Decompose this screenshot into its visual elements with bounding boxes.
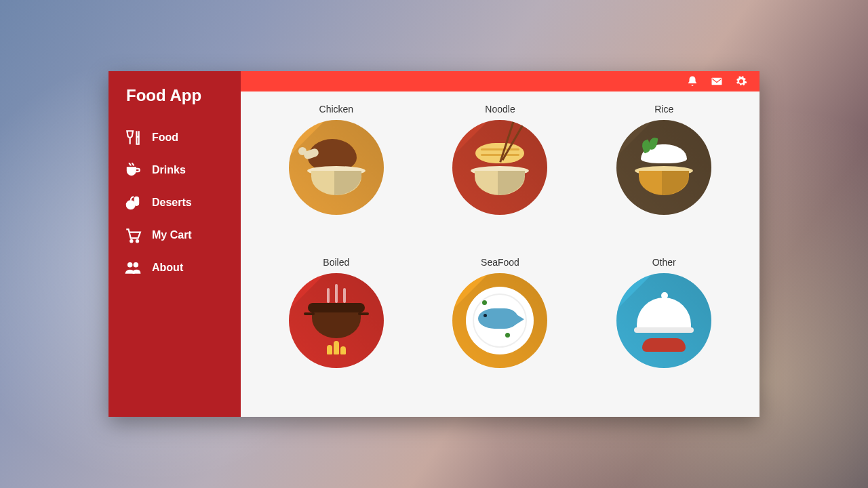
app-title: Food App <box>108 86 241 117</box>
seafood-icon <box>452 273 547 368</box>
sidebar-item-label: Deserts <box>152 197 192 209</box>
category-grid: Chicken Noodle Rice <box>241 92 760 417</box>
sidebar-item-drinks[interactable]: Drinks <box>108 154 241 186</box>
sidebar-nav: Food Drinks Deserts My Cart <box>108 121 241 284</box>
boiled-pot-icon <box>289 273 384 368</box>
glass-fork-icon <box>123 128 142 147</box>
svg-point-2 <box>130 240 133 243</box>
category-noodle[interactable]: Noodle <box>432 104 569 245</box>
sidebar-item-label: Food <box>152 131 178 144</box>
app-window: Food App Food Drinks Deserts <box>108 71 760 417</box>
category-label: Chicken <box>319 104 354 115</box>
category-chicken[interactable]: Chicken <box>268 104 405 245</box>
svg-rect-1 <box>134 197 139 205</box>
category-label: SeaFood <box>481 257 519 268</box>
category-label: Boiled <box>323 257 349 268</box>
category-label: Noodle <box>485 104 515 115</box>
category-seafood[interactable]: SeaFood <box>432 257 569 398</box>
cart-icon <box>123 226 142 245</box>
svg-rect-6 <box>712 78 722 85</box>
category-label: Rice <box>654 104 673 115</box>
svg-point-3 <box>136 240 138 243</box>
sidebar: Food App Food Drinks Deserts <box>108 71 241 417</box>
main-area: Chicken Noodle Rice <box>241 71 760 417</box>
serving-dome-icon <box>616 273 711 368</box>
bell-icon[interactable] <box>686 75 698 87</box>
topbar <box>241 71 760 92</box>
people-icon <box>123 258 142 277</box>
cup-icon <box>123 161 142 180</box>
svg-point-4 <box>127 262 132 267</box>
sidebar-item-about[interactable]: About <box>108 251 241 284</box>
sidebar-item-food[interactable]: Food <box>108 121 241 154</box>
fruit-icon <box>123 193 142 212</box>
gear-icon[interactable] <box>735 75 747 87</box>
sidebar-item-label: About <box>152 262 183 274</box>
category-rice[interactable]: Rice <box>595 104 732 245</box>
chicken-icon <box>289 120 384 215</box>
category-other[interactable]: Other <box>595 257 732 398</box>
category-label: Other <box>652 257 676 268</box>
noodle-icon <box>452 120 547 215</box>
category-boiled[interactable]: Boiled <box>268 257 405 398</box>
svg-point-0 <box>126 201 135 209</box>
sidebar-item-my-cart[interactable]: My Cart <box>108 219 241 251</box>
sidebar-item-label: My Cart <box>152 229 192 241</box>
svg-point-5 <box>134 262 138 267</box>
mail-icon[interactable] <box>711 75 723 87</box>
sidebar-item-deserts[interactable]: Deserts <box>108 186 241 219</box>
sidebar-item-label: Drinks <box>152 164 186 176</box>
rice-icon <box>616 120 711 215</box>
